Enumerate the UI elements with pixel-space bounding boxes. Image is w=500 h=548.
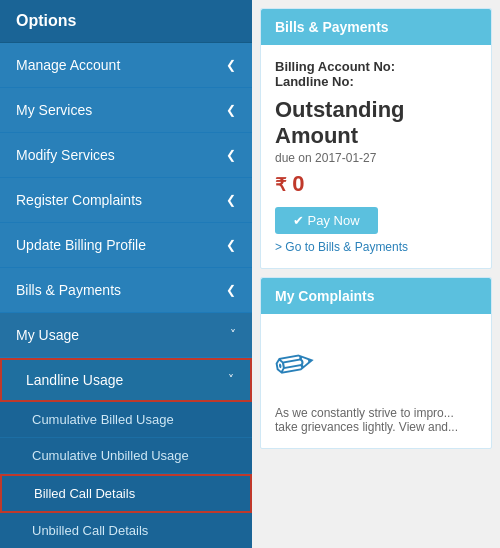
chevron-left-icon: ❮	[226, 58, 236, 72]
my-complaints-panel-body: ✏ As we constantly strive to impro... ta…	[261, 314, 491, 448]
sidebar-item-register-complaints[interactable]: Register Complaints ❮	[0, 178, 252, 223]
main-content: Bills & Payments Billing Account No: Lan…	[252, 0, 500, 548]
sidebar-item-label: Bills & Payments	[16, 282, 121, 298]
sidebar-item-label: My Services	[16, 102, 92, 118]
submenu-item-billed-call-details[interactable]: Billed Call Details	[0, 474, 252, 513]
chevron-down-icon: ˅	[228, 373, 234, 387]
sidebar-item-manage-account[interactable]: Manage Account ❮	[0, 43, 252, 88]
submenu-item-cumulative-billed[interactable]: Cumulative Billed Usage	[0, 402, 252, 438]
rupee-icon: ₹	[275, 175, 286, 195]
chevron-left-icon: ❮	[226, 193, 236, 207]
bills-payments-panel: Bills & Payments Billing Account No: Lan…	[260, 8, 492, 269]
submenu-item-cumulative-unbilled[interactable]: Cumulative Unbilled Usage	[0, 438, 252, 474]
chevron-left-icon: ❮	[226, 283, 236, 297]
sidebar-item-update-billing-profile[interactable]: Update Billing Profile ❮	[0, 223, 252, 268]
due-date-label: due on 2017-01-27	[275, 151, 477, 165]
chevron-left-icon: ❮	[226, 238, 236, 252]
landline-label: Landline No:	[275, 74, 477, 89]
chevron-left-icon: ❮	[226, 103, 236, 117]
outstanding-amount-label: Outstanding Amount	[275, 97, 477, 149]
sidebar-item-label: Register Complaints	[16, 192, 142, 208]
my-complaints-panel: My Complaints ✏ As we constantly strive …	[260, 277, 492, 449]
sidebar-item-my-services[interactable]: My Services ❮	[0, 88, 252, 133]
usage-submenu: Landline Usage ˅ Cumulative Billed Usage…	[0, 358, 252, 548]
chevron-left-icon: ❮	[226, 148, 236, 162]
submenu-item-unbilled-call-details[interactable]: Unbilled Call Details	[0, 513, 252, 548]
pencil-icon: ✏	[270, 333, 319, 395]
amount-value: ₹ 0	[275, 171, 477, 197]
my-complaints-panel-header: My Complaints	[261, 278, 491, 314]
bills-payments-panel-body: Billing Account No: Landline No: Outstan…	[261, 45, 491, 268]
sidebar-item-label: My Usage	[16, 327, 79, 343]
sidebar-item-label: Manage Account	[16, 57, 120, 73]
sidebar-header: Options	[0, 0, 252, 43]
go-to-bills-link[interactable]: > Go to Bills & Payments	[275, 240, 477, 254]
amount-number: 0	[292, 171, 304, 196]
submenu-landline-usage[interactable]: Landline Usage ˅	[0, 358, 252, 402]
pay-now-button[interactable]: ✔ Pay Now	[275, 207, 378, 234]
chevron-down-icon: ˅	[230, 328, 236, 342]
submenu-parent-label: Landline Usage	[26, 372, 123, 388]
sidebar-item-modify-services[interactable]: Modify Services ❮	[0, 133, 252, 178]
sidebar-item-label: Modify Services	[16, 147, 115, 163]
complaints-description: As we constantly strive to impro... take…	[275, 406, 477, 434]
sidebar-item-bills-payments[interactable]: Bills & Payments ❮	[0, 268, 252, 313]
sidebar-item-label: Update Billing Profile	[16, 237, 146, 253]
bills-payments-panel-header: Bills & Payments	[261, 9, 491, 45]
sidebar: Options Manage Account ❮ My Services ❮ M…	[0, 0, 252, 548]
billing-account-label: Billing Account No:	[275, 59, 477, 74]
sidebar-item-my-usage[interactable]: My Usage ˅	[0, 313, 252, 358]
